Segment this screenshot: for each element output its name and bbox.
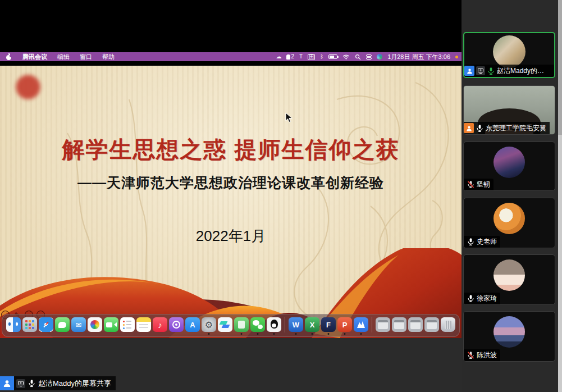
photos-dock-icon[interactable]	[88, 317, 102, 332]
participant-label: 坚韧	[464, 179, 494, 190]
participant-label: 史老师	[464, 236, 500, 248]
battery-icon[interactable]	[328, 54, 337, 59]
participant-label: 东莞理工学院毛安翼	[464, 122, 550, 134]
letterbox-gap	[0, 61, 462, 66]
participant-tile[interactable]: 史老师	[463, 198, 555, 248]
mail-dock-icon[interactable]	[71, 317, 86, 332]
window-dock-icon[interactable]	[392, 317, 406, 332]
microphone-on-icon	[476, 124, 484, 133]
menu-edit[interactable]: 编辑	[57, 53, 70, 61]
host-badge-icon	[464, 123, 474, 133]
qq-dock-icon[interactable]	[267, 317, 281, 332]
slide-subtitle: ——天津师范大学思想政治理论课改革创新经验	[0, 174, 462, 192]
sidebar-scrollbar[interactable]	[558, 0, 562, 392]
screen-share-icon	[476, 66, 485, 75]
excel-dock-icon[interactable]: X	[305, 317, 319, 332]
mouse-cursor	[285, 112, 293, 123]
microphone-on-icon	[467, 294, 475, 303]
participant-tile[interactable]: 徐家琦	[463, 254, 555, 305]
participant-name: 坚韧	[477, 180, 490, 189]
participants-sidebar: 赵洁Maddy的屏… 东莞理工学院毛安翼 坚韧	[462, 0, 562, 392]
slide-title: 解学生思想之惑 提师生信仰之获	[0, 134, 462, 165]
appstore-dock-icon[interactable]: A	[185, 317, 200, 332]
notification-count[interactable]: 2	[286, 54, 294, 60]
finder-dock-icon[interactable]	[6, 317, 21, 332]
microphone-icon	[28, 379, 36, 388]
participant-name: 史老师	[477, 237, 497, 247]
letterbox-top	[0, 0, 462, 52]
screen-share-banner[interactable]: 赵洁Maddy的屏幕共享	[0, 376, 116, 390]
participant-name: 陈洪波	[477, 350, 497, 360]
wechat-dock-icon[interactable]	[250, 317, 265, 332]
avatar	[494, 147, 525, 178]
share-banner-label: 赵洁Maddy的屏幕共享	[38, 379, 111, 389]
avatar	[494, 203, 525, 234]
music-dock-icon[interactable]	[153, 317, 167, 332]
fapp-dock-icon[interactable]: F	[321, 317, 336, 332]
menu-window[interactable]: 窗口	[80, 53, 92, 61]
window-dock-icon[interactable]	[408, 317, 423, 332]
window-dock-icon[interactable]	[376, 317, 390, 332]
input-method-icon[interactable]: 田	[308, 54, 315, 60]
member-badge-icon	[0, 376, 14, 390]
lamp-icon	[286, 54, 290, 60]
presentation-slide: 解学生思想之惑 提师生信仰之获 ——天津师范大学思想政治理论课改革创新经验 20…	[0, 66, 462, 338]
microphone-on-icon	[487, 67, 495, 75]
apple-menu-icon[interactable]	[6, 54, 12, 60]
trash-dock-icon[interactable]	[441, 317, 455, 332]
slide-date: 2022年1月	[0, 226, 462, 246]
participant-name: 徐家琦	[477, 294, 497, 303]
ppt-dock-icon[interactable]: P	[337, 317, 352, 332]
launchpad-dock-icon[interactable]	[22, 317, 37, 332]
spotlight-search-icon[interactable]	[355, 54, 361, 60]
decor-red-circle	[15, 74, 42, 101]
cloud-input-icon[interactable]: ☁	[276, 54, 281, 60]
gdoc-dock-icon[interactable]	[234, 317, 249, 332]
microphone-on-icon	[467, 238, 475, 246]
podcasts-dock-icon[interactable]	[169, 317, 184, 332]
dock-divider	[285, 317, 285, 332]
reminders-dock-icon[interactable]	[120, 317, 135, 332]
lark-dock-icon[interactable]	[218, 317, 232, 332]
participant-name: 东莞理工学院毛安翼	[486, 124, 546, 133]
participant-tile[interactable]: 东莞理工学院毛安翼	[463, 85, 555, 135]
scrollbar-thumb[interactable]	[558, 0, 562, 135]
facetime-dock-icon[interactable]	[104, 317, 118, 332]
sysprefs-dock-icon[interactable]	[202, 317, 216, 332]
window-dock-icon[interactable]	[424, 317, 439, 332]
dock: AWXFP	[2, 314, 460, 337]
participant-label: 徐家琦	[464, 293, 500, 304]
meeting-app-window: 腾讯会议 编辑 窗口 帮助 ☁ 2 T 田 ᛒ 1月28日 周五 下午3:06	[0, 0, 562, 392]
word-dock-icon[interactable]: W	[289, 317, 303, 332]
participant-name: 赵洁Maddy的屏…	[497, 66, 551, 76]
avatar	[494, 259, 525, 291]
text-tool-icon[interactable]: T	[299, 54, 303, 60]
messages-dock-icon[interactable]	[55, 317, 70, 332]
member-badge-icon	[464, 66, 474, 76]
menu-app-name[interactable]: 腾讯会议	[22, 53, 47, 61]
microphone-muted-icon	[467, 351, 475, 359]
participant-label: 赵洁Maddy的屏…	[464, 65, 554, 77]
participant-tile[interactable]: 赵洁Maddy的屏…	[463, 32, 555, 78]
dock-divider	[372, 317, 372, 332]
notes-dock-icon[interactable]	[136, 317, 151, 332]
menu-bar-clock[interactable]: 1月28日 周五 下午3:06	[387, 53, 450, 61]
screen-share-icon	[16, 379, 25, 388]
participant-tile[interactable]: 陈洪波	[463, 311, 555, 362]
microphone-muted-icon	[467, 180, 475, 189]
participant-label: 陈洪波	[464, 349, 500, 361]
safari-dock-icon[interactable]	[39, 317, 53, 332]
meeting-dock-icon[interactable]	[354, 317, 368, 332]
menu-help[interactable]: 帮助	[102, 53, 115, 61]
wifi-icon[interactable]	[342, 54, 350, 60]
shared-screen-area: 腾讯会议 编辑 窗口 帮助 ☁ 2 T 田 ᛒ 1月28日 周五 下午3:06	[0, 0, 462, 392]
siri-globe-icon[interactable]	[377, 54, 382, 60]
recording-indicator-dot	[455, 56, 458, 58]
avatar	[493, 35, 526, 68]
control-center-icon[interactable]	[366, 54, 372, 60]
mac-menu-bar: 腾讯会议 编辑 窗口 帮助 ☁ 2 T 田 ᛒ 1月28日 周五 下午3:06	[0, 52, 462, 61]
bluetooth-icon[interactable]: ᛒ	[320, 54, 323, 60]
participant-tile[interactable]: 坚韧	[463, 142, 555, 191]
avatar	[494, 316, 525, 348]
